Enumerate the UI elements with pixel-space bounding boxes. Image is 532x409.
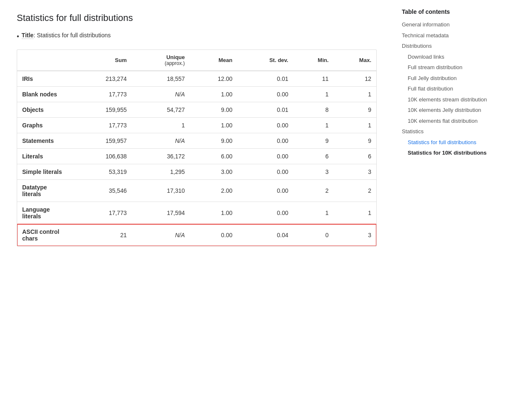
toc-item-5[interactable]: Full Jelly distribution (402, 73, 502, 84)
table-row: Language literals17,77317,5941.000.0011 (17, 202, 376, 224)
page-title: Statistics for full distributions (17, 13, 377, 23)
toc-item-10[interactable]: Statistics (402, 126, 502, 137)
table-row: Simple literals53,3191,2953.000.0033 (17, 164, 376, 180)
cell-max: 3 (334, 164, 376, 180)
toc-item-11[interactable]: Statistics for full distributions (402, 137, 502, 148)
cell-unique: N/A (132, 87, 190, 102)
cell-name: Graphs (17, 118, 72, 133)
cell-min: 8 (293, 102, 334, 118)
cell-mean: 1.00 (190, 118, 238, 133)
cell-stdev: 0.00 (237, 118, 293, 133)
cell-mean: 12.00 (190, 71, 238, 87)
cell-max: 9 (334, 133, 376, 149)
cell-unique: 1,295 (132, 164, 190, 180)
cell-min: 2 (293, 180, 334, 202)
col-header-min: Min. (293, 50, 334, 71)
toc-item-3[interactable]: Download links (402, 52, 502, 62)
cell-unique: 17,310 (132, 180, 190, 202)
cell-unique: N/A (132, 133, 190, 149)
toc-item-1[interactable]: Technical metadata (402, 30, 502, 41)
cell-sum: 53,319 (72, 164, 132, 180)
toc-item-9[interactable]: 10K elements flat distribution (402, 116, 502, 127)
cell-mean: 9.00 (190, 133, 238, 149)
toc-list: General informationTechnical metadataDis… (402, 19, 502, 158)
statistics-table-wrapper: Sum Unique (approx.) Mean St. dev. Min. (17, 49, 377, 246)
cell-min: 1 (293, 87, 334, 102)
cell-max: 6 (334, 149, 376, 164)
toc-item-8[interactable]: 10K elements Jelly distribution (402, 105, 502, 116)
toc-item-6[interactable]: Full flat distribution (402, 83, 502, 94)
cell-unique: 18,557 (132, 71, 190, 87)
toc-item-0[interactable]: General information (402, 19, 502, 30)
table-row: IRIs213,27418,55712.000.011112 (17, 71, 376, 87)
cell-stdev: 0.00 (237, 149, 293, 164)
cell-name: Objects (17, 102, 72, 118)
cell-unique: 1 (132, 118, 190, 133)
cell-max: 3 (334, 224, 376, 246)
cell-min: 0 (293, 224, 334, 246)
cell-name: Statements (17, 133, 72, 149)
cell-max: 1 (334, 202, 376, 224)
title-meta: Title: Statistics for full distributions (17, 32, 377, 41)
table-row: Blank nodes17,773N/A1.000.0011 (17, 87, 376, 102)
cell-name: IRIs (17, 71, 72, 87)
toc-item-4[interactable]: Full stream distribution (402, 62, 502, 73)
cell-mean: 6.00 (190, 149, 238, 164)
cell-stdev: 0.01 (237, 71, 293, 87)
col-header-mean: Mean (190, 50, 238, 71)
col-header-stdev: St. dev. (237, 50, 293, 71)
cell-stdev: 0.00 (237, 202, 293, 224)
cell-sum: 17,773 (72, 118, 132, 133)
table-row: Graphs17,77311.000.0011 (17, 118, 376, 133)
cell-min: 1 (293, 202, 334, 224)
cell-sum: 159,955 (72, 102, 132, 118)
cell-sum: 159,957 (72, 133, 132, 149)
toc-item-7[interactable]: 10K elements stream distribution (402, 94, 502, 105)
cell-stdev: 0.04 (237, 224, 293, 246)
table-row: Datatype literals35,54617,3102.000.0022 (17, 180, 376, 202)
cell-unique: N/A (132, 224, 190, 246)
cell-mean: 9.00 (190, 102, 238, 118)
cell-mean: 1.00 (190, 202, 238, 224)
cell-min: 1 (293, 118, 334, 133)
sidebar-title: Table of contents (402, 8, 502, 15)
cell-sum: 106,638 (72, 149, 132, 164)
col-header-sum: Sum (72, 50, 132, 71)
cell-sum: 213,274 (72, 71, 132, 87)
cell-unique: 17,594 (132, 202, 190, 224)
main-content: Statistics for full distributions Title:… (0, 0, 393, 409)
table-row: Objects159,95554,7279.000.0189 (17, 102, 376, 118)
cell-sum: 17,773 (72, 202, 132, 224)
cell-mean: 0.00 (190, 224, 238, 246)
col-header-name (17, 50, 72, 71)
cell-stdev: 0.00 (237, 180, 293, 202)
cell-mean: 3.00 (190, 164, 238, 180)
cell-max: 12 (334, 71, 376, 87)
cell-mean: 1.00 (190, 87, 238, 102)
toc-item-12[interactable]: Statistics for 10K distributions (402, 148, 502, 158)
cell-name: Literals (17, 149, 72, 164)
table-row: Statements159,957N/A9.000.0099 (17, 133, 376, 149)
cell-min: 3 (293, 164, 334, 180)
cell-sum: 35,546 (72, 180, 132, 202)
cell-max: 2 (334, 180, 376, 202)
cell-max: 1 (334, 118, 376, 133)
table-row: ASCII control chars21N/A0.000.0403 (17, 224, 376, 246)
cell-stdev: 0.00 (237, 133, 293, 149)
cell-name: ASCII control chars (17, 224, 72, 246)
cell-min: 6 (293, 149, 334, 164)
cell-stdev: 0.01 (237, 102, 293, 118)
cell-sum: 17,773 (72, 87, 132, 102)
cell-max: 9 (334, 102, 376, 118)
toc-item-2[interactable]: Distributions (402, 41, 502, 52)
cell-name: Datatype literals (17, 180, 72, 202)
cell-unique: 54,727 (132, 102, 190, 118)
cell-name: Blank nodes (17, 87, 72, 102)
cell-mean: 2.00 (190, 180, 238, 202)
title-value: Statistics for full distributions (37, 32, 111, 39)
table-header-row: Sum Unique (approx.) Mean St. dev. Min. (17, 50, 376, 71)
cell-stdev: 0.00 (237, 164, 293, 180)
cell-min: 11 (293, 71, 334, 87)
cell-name: Simple literals (17, 164, 72, 180)
cell-stdev: 0.00 (237, 87, 293, 102)
